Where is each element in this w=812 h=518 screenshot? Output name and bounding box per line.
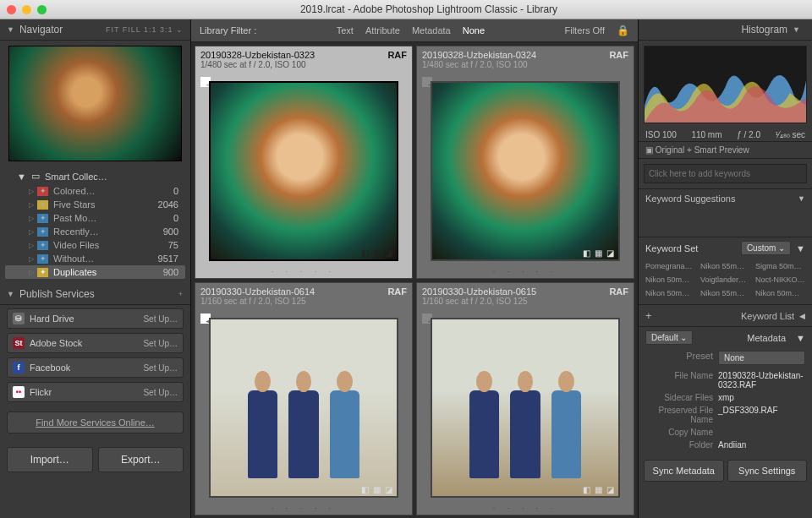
collections-list: ▼ ▭ Smart Collec… ▷✦Colored…0▷✦Five Star… (0, 166, 190, 284)
lock-icon[interactable]: 🔒 (617, 25, 629, 36)
thumbnail-image[interactable]: ◧ ▦ ◪ (209, 81, 398, 261)
keyword-cell[interactable]: Pomegrana… (644, 260, 697, 272)
thumbnail-image[interactable]: ◧ ▦ ◪ (431, 318, 620, 498)
metadata-value[interactable]: Andiian (718, 440, 805, 450)
keyword-list-header[interactable]: + Keyword List ◀ (639, 304, 812, 326)
chevron-down-icon: ▼ (17, 172, 26, 182)
metadata-preset-dropdown[interactable]: None (718, 351, 805, 365)
smart-collection-item[interactable]: ▷✦Video Files75 (5, 238, 185, 252)
keyword-cell[interactable]: Nikon 55mm… (699, 260, 752, 272)
filter-tab-metadata[interactable]: Metadata (412, 25, 451, 35)
keyword-cell[interactable]: Nikon 50mm… (644, 287, 697, 299)
filter-tab-text[interactable]: Text (337, 25, 354, 35)
navigator-preview[interactable] (8, 46, 182, 161)
smart-collection-item[interactable]: ▷✦Past Mo…0 (5, 211, 185, 225)
keyword-suggestions-header[interactable]: Keyword Suggestions▼ (639, 188, 812, 208)
navigator-header[interactable]: ▼ Navigator FIT FILL 1:1 3:1 ⌄ (0, 19, 190, 41)
histogram-header[interactable]: Histogram ▼ (639, 19, 812, 41)
keyword-cell[interactable]: Noct-NIKKO… (754, 274, 807, 286)
publish-services-list: ⛁Hard DriveSet Up…StAdobe StockSet Up…fF… (0, 305, 190, 410)
metadata-row: Sidecar Filesxmp (645, 391, 805, 404)
thumbnail-image[interactable]: ◧ ▦ ◪ (209, 318, 398, 498)
sync-metadata-button[interactable]: Sync Metadata (644, 460, 724, 482)
metadata-row: FolderAndiian (645, 439, 805, 451)
keyword-cell[interactable]: Nikon 50mm… (644, 274, 697, 286)
add-keyword-button[interactable]: + (645, 309, 652, 322)
close-icon[interactable] (7, 5, 16, 14)
grid-cell[interactable]: 20190328-Uzbekistan-0323RAF1/480 sec at … (195, 46, 413, 279)
keyword-set-label: Keyword Set (645, 243, 698, 254)
thumbnail-grid[interactable]: 20190328-Uzbekistan-0323RAF1/480 sec at … (191, 42, 638, 518)
keyword-set-grid[interactable]: Pomegrana…Nikon 55mm…Sigma 50m…Nikon 50m… (639, 259, 812, 304)
navigator-zoom-options[interactable]: FIT FILL 1:1 3:1 ⌄ (106, 25, 184, 34)
preset-label: Preset (645, 351, 718, 365)
right-panel: Histogram ▼ ISO 100 110 mm ƒ / 2.0 ¹⁄₄₈₀… (638, 19, 812, 518)
zoom-icon[interactable] (37, 5, 47, 14)
keyword-input[interactable]: Click here to add keywords (644, 164, 807, 183)
filters-off-toggle[interactable]: Filters Off (565, 25, 605, 35)
add-publish-service-button[interactable]: + (178, 290, 184, 298)
publish-service-item[interactable]: fFacebookSet Up… (7, 357, 184, 378)
library-filter-label: Library Filter : (200, 25, 256, 35)
smart-collection-item[interactable]: ▷✦Duplicates900 (5, 265, 185, 279)
chevron-down-icon: ▼ (7, 290, 14, 298)
metadata-mode-dropdown[interactable]: Default ⌄ (645, 330, 693, 345)
import-button[interactable]: Import… (7, 447, 93, 472)
smart-collections-header[interactable]: ▼ ▭ Smart Collec… (5, 168, 185, 184)
chevron-down-icon: ▼ (796, 243, 805, 254)
preview-status: ▣ Original + Smart Preview (639, 142, 812, 159)
export-button[interactable]: Export… (98, 447, 184, 472)
keyword-set-row: Keyword Set Custom ⌄ ▼ (639, 237, 812, 259)
library-filter-bar: Library Filter : Text Attribute Metadata… (191, 19, 638, 42)
grid-cell[interactable]: 20190328-Uzbekistan-0324RAF1/480 sec at … (416, 46, 634, 279)
smart-collection-item[interactable]: ▷✦Five Stars2046 (5, 198, 185, 211)
metadata-row: File Name20190328-Uzbekistan-0323.RAF (645, 369, 805, 391)
keyword-cell[interactable]: Nikon 55mm… (699, 287, 752, 299)
sync-settings-button[interactable]: Sync Settings (727, 460, 808, 482)
publish-services-header[interactable]: ▼ Publish Services + (0, 284, 190, 305)
metadata-value[interactable]: _DSF3309.RAF (718, 406, 805, 424)
filter-tab-none[interactable]: None (463, 25, 485, 35)
keyword-cell[interactable]: Sigma 50m… (754, 260, 807, 272)
left-panel: ▼ Navigator FIT FILL 1:1 3:1 ⌄ ▼ ▭ Smart… (0, 19, 191, 518)
window-titlebar: 2019.lrcat - Adobe Photoshop Lightroom C… (0, 0, 812, 19)
smart-collection-item[interactable]: ▷✦Recently…900 (5, 225, 185, 238)
minimize-icon[interactable] (22, 5, 31, 14)
center-panel: Library Filter : Text Attribute Metadata… (191, 19, 638, 518)
publish-service-item[interactable]: StAdobe StockSet Up… (7, 333, 184, 353)
thumbnail-image[interactable]: ◧ ▦ ◪ (431, 81, 620, 261)
metadata-row: Copy Name (645, 426, 805, 439)
keyword-cell[interactable]: Voigtlander… (699, 274, 752, 286)
publish-service-item[interactable]: ⛁Hard DriveSet Up… (7, 308, 184, 329)
chevron-down-icon: ▼ (793, 25, 800, 34)
window-title: 2019.lrcat - Adobe Photoshop Lightroom C… (52, 3, 805, 15)
metadata-row: Preserved File Name_DSF3309.RAF (645, 404, 805, 426)
metadata-fields: File Name20190328-Uzbekistan-0323.RAFSid… (639, 368, 812, 456)
keyword-cell[interactable]: Nikon 50mm… (754, 287, 807, 299)
filter-tab-attribute[interactable]: Attribute (365, 25, 400, 35)
publish-service-item[interactable]: ••FlickrSet Up… (7, 382, 184, 402)
smart-collection-item[interactable]: ▷✦Colored…0 (5, 184, 185, 198)
histogram-info: ISO 100 110 mm ƒ / 2.0 ¹⁄₄₈₀ sec (639, 128, 812, 142)
find-more-services-link[interactable]: Find More Services Online… (7, 412, 184, 433)
grid-cell[interactable]: 20190330-Uzbekistan-0615RAF1/160 sec at … (416, 282, 634, 515)
metadata-header[interactable]: Default ⌄ Metadata ▼ (639, 326, 812, 348)
smart-collection-item[interactable]: ▷✦Without…9517 (5, 252, 185, 265)
metadata-value[interactable]: xmp (718, 393, 805, 402)
histogram-chart[interactable] (644, 46, 807, 123)
keyword-set-dropdown[interactable]: Custom ⌄ (741, 241, 791, 255)
navigator-title: Navigator (19, 24, 63, 35)
grid-cell[interactable]: 20190330-Uzbekistan-0614RAF1/160 sec at … (195, 282, 413, 515)
metadata-value[interactable] (718, 428, 805, 437)
chevron-down-icon: ▼ (7, 25, 14, 34)
metadata-value[interactable]: 20190328-Uzbekistan-0323.RAF (718, 371, 805, 390)
